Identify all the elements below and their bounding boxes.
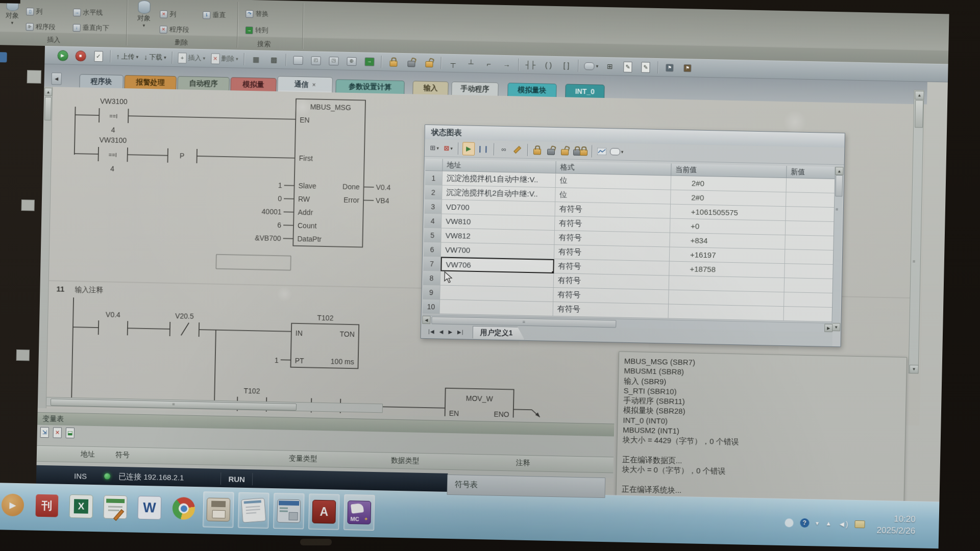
row-number[interactable]: 8 (423, 271, 441, 286)
ribbon-delete-network[interactable]: ✕ 程序段 (160, 24, 189, 34)
upload-button[interactable]: ↑上传▾ (114, 50, 140, 64)
scroll-down-icon[interactable]: ▼ (832, 323, 840, 331)
format-cell[interactable]: 有符号 (554, 231, 670, 247)
ribbon-insert-column[interactable]: ▯ 列 (26, 7, 42, 16)
insert-row-icon[interactable]: ⇲ (40, 427, 49, 438)
row-number[interactable]: 10 (423, 299, 440, 314)
row-number[interactable]: 3 (425, 199, 443, 214)
scroll-down-icon[interactable]: ▼ (909, 365, 918, 373)
delete-button[interactable]: ✕删除▾ (209, 52, 240, 65)
column-header-format[interactable]: 格式 (560, 163, 574, 172)
scroll-up-icon[interactable]: ▲ (44, 88, 52, 96)
taskbar-installer-app[interactable] (203, 491, 234, 528)
new-value-cell[interactable] (785, 264, 834, 279)
table-button[interactable]: ⊞ (602, 60, 618, 73)
tab-input[interactable]: 输入 (412, 81, 449, 94)
pou-grid2-button[interactable]: ▩ (266, 53, 282, 67)
tray-360-icon[interactable] (785, 518, 793, 527)
taskbar-clock[interactable]: 10:20 2025/2/26 (876, 513, 916, 537)
tab-alarm[interactable]: 报警处理 (124, 75, 177, 89)
row-number[interactable]: 4 (424, 214, 442, 229)
current-value-cell[interactable]: +0 (670, 219, 786, 236)
contact-tool[interactable]: ┤├ (523, 58, 538, 72)
ribbon-insert-object-button[interactable]: 对象 ▾ (0, 0, 26, 30)
close-icon[interactable]: × (431, 128, 440, 137)
tab-manual-program[interactable]: 手动程序 (451, 82, 499, 96)
scroll-right-icon[interactable]: ▶ (824, 324, 832, 332)
addressing-button[interactable]: ▾ (582, 59, 600, 73)
taskbar-notepad[interactable] (238, 492, 269, 529)
lock-button[interactable] (385, 55, 401, 69)
row-number[interactable]: 5 (424, 228, 442, 243)
taskbar-excel[interactable]: X (66, 489, 96, 524)
scroll-thumb[interactable] (835, 175, 843, 196)
tab-program-block[interactable]: 程序块 (79, 74, 124, 88)
taskbar-plc-ide[interactable] (273, 493, 304, 529)
current-value-cell[interactable]: +1061505575 (670, 205, 786, 221)
tray-help-icon[interactable]: ? (800, 518, 809, 528)
format-cell[interactable]: 位 (555, 188, 671, 205)
splitter-grip[interactable]: ≡ (913, 259, 915, 264)
format-cell[interactable]: 有符号 (554, 273, 670, 290)
format-cell[interactable]: 有符号 (554, 259, 670, 276)
format-cell[interactable]: 有符号 (553, 302, 669, 319)
new-value-cell[interactable] (786, 192, 836, 208)
scroll-thumb[interactable] (915, 100, 923, 128)
force-all-lock-icon[interactable] (559, 144, 571, 157)
force-lock-icon[interactable] (532, 144, 543, 156)
tab-analog-block[interactable]: 模拟量块 (507, 83, 557, 97)
taskbar-red-app[interactable]: 刊 (32, 488, 62, 523)
window-tool-4[interactable]: ◍ (344, 55, 359, 68)
new-value-cell[interactable] (786, 221, 835, 236)
tray-up-arrow-icon[interactable]: ▲ (825, 520, 831, 527)
bookmark-button[interactable]: ⚑ (662, 61, 678, 74)
prev-sheet-icon[interactable]: ◀ (438, 329, 445, 334)
ribbon-replace[interactable]: ↷ 替换 (246, 9, 268, 19)
scroll-up-icon[interactable]: ▲ (915, 91, 924, 99)
address-tag-icon[interactable]: ▾ (610, 145, 624, 158)
last-sheet-icon[interactable]: ▶∣ (456, 329, 465, 335)
tab-auto-program[interactable]: 自动程序 (177, 76, 230, 90)
format-cell[interactable]: 有符号 (555, 202, 671, 219)
ribbon-insert-network[interactable]: ⊪ 程序段 (26, 22, 56, 32)
scroll-thumb[interactable] (44, 97, 52, 120)
current-value-cell[interactable] (669, 276, 785, 293)
sheet-tab-user-defined[interactable]: 用户定义1 (472, 325, 524, 339)
current-value-cell[interactable] (669, 305, 785, 321)
current-value-cell[interactable]: +834 (670, 233, 786, 250)
ribbon-delete-column[interactable]: ✕ 列 (160, 9, 176, 19)
branch-up-button[interactable]: ┴ (463, 57, 479, 70)
new-value-cell[interactable] (785, 235, 835, 251)
address-cell[interactable] (440, 286, 554, 302)
format-cell[interactable]: 有符号 (553, 288, 669, 305)
tab-int0[interactable]: INT_0 (565, 84, 605, 98)
ribbon-insert-horizontal[interactable]: → 水平线 (73, 8, 103, 17)
scroll-up-icon[interactable]: ▲ (835, 167, 843, 175)
address-cell[interactable]: VW812 (441, 229, 555, 245)
insert-chart-button[interactable]: ⊞▾ (429, 142, 440, 154)
new-value-cell[interactable] (787, 178, 836, 193)
row-number[interactable]: 1 (425, 171, 443, 186)
current-value-cell[interactable] (669, 290, 785, 307)
column-header-current[interactable]: 当前值 (675, 165, 697, 174)
address-cell[interactable]: VW810 (442, 214, 555, 231)
tray-show-hidden-icon[interactable]: ▾ (816, 519, 819, 527)
bookmark2-button[interactable]: ⚑ (680, 61, 696, 75)
close-icon[interactable]: × (312, 81, 315, 88)
line-right-button[interactable]: → (499, 58, 514, 71)
column-header-new[interactable]: 新值 (791, 167, 805, 177)
new-value-cell[interactable] (785, 278, 834, 293)
write-pencil-icon[interactable] (512, 143, 523, 156)
branch-down-button[interactable]: ┬ (445, 57, 461, 70)
volume-icon[interactable]: ◄) (838, 519, 848, 528)
box-tool[interactable]: [ ] (558, 59, 574, 72)
taskbar-media-player[interactable]: ▶ (0, 487, 28, 522)
address-cell[interactable]: 沉淀池搅拌机1自动中继:V.. (443, 171, 556, 188)
format-cell[interactable]: 有符号 (554, 245, 670, 262)
column-header-address[interactable]: 地址 (447, 160, 461, 170)
row-number[interactable]: 7 (423, 257, 441, 271)
unlock-button[interactable] (403, 56, 419, 69)
pou-grid-button[interactable]: ▦ (248, 53, 264, 66)
pause-button[interactable]: ❙❙ (477, 142, 489, 155)
goto-plc-button[interactable]: → (361, 55, 377, 68)
